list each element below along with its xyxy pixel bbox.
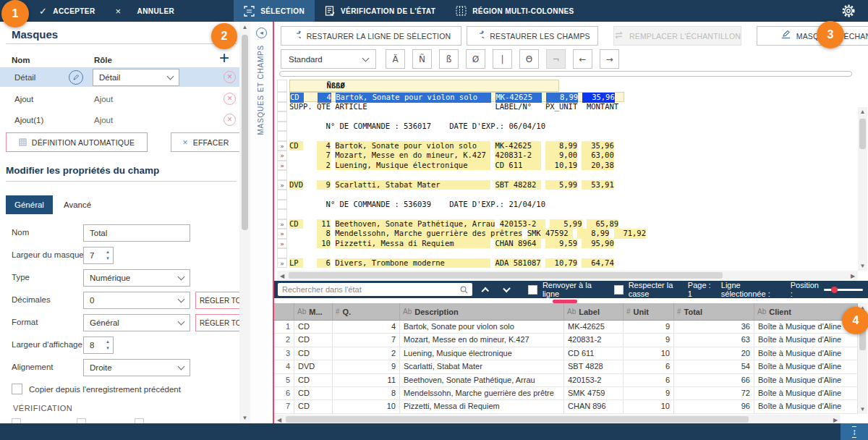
verification-checkbox-stub[interactable] (77, 418, 86, 423)
scroll-right-icon[interactable]: ▶ (832, 417, 839, 423)
divider (6, 43, 237, 44)
tab-verification[interactable]: VÉRIFICATION DE L'ÉTAT (315, 0, 446, 22)
column-header-q[interactable]: #Q. (333, 303, 400, 320)
scroll-thumb[interactable] (242, 35, 248, 230)
table-row[interactable]: 2CD7Mozart, Messe en do mineur, K.427420… (274, 334, 858, 347)
trap-char-button-2[interactable]: ß (439, 49, 459, 69)
report-line[interactable]: »CD4Bartok, Sonate pour violon soloMK-42… (277, 141, 858, 151)
scroll-down-icon[interactable]: ▼ (858, 263, 867, 269)
mask-row-ajout1[interactable]: Ajout(1) Ajout × (0, 110, 239, 130)
auto-hide-pin-icon[interactable]: ◂ (256, 28, 267, 38)
mask-charset-select[interactable]: Standard (281, 49, 376, 69)
table-row[interactable]: 3CD2Luening, Musique électroniqueCD 6111… (274, 347, 858, 360)
trap-char-button-3[interactable]: Ø (466, 49, 485, 69)
table-row[interactable]: 4DVD9Scarlatti, Stabat MaterSBT 4828654B… (274, 360, 858, 373)
trap-char-button-0[interactable]: Ä (386, 49, 405, 69)
wrap-line-checkbox[interactable] (528, 285, 537, 295)
table-row[interactable]: 5CD11Beethoven, Sonate Pathétique, Arrau… (274, 374, 858, 387)
delete-mask-icon[interactable]: × (224, 71, 236, 83)
field-select-2[interactable]: Numérique (83, 269, 190, 287)
table-row[interactable]: 7CD10Pizzetti, Messa di RequiemCHAN 8961… (274, 400, 858, 413)
search-input[interactable]: Rechercher dans l'état (278, 283, 472, 296)
mask-row-ajout[interactable]: Ajout Ajout × (0, 89, 239, 109)
add-mask-button[interactable]: + (219, 49, 229, 67)
report-line[interactable]: »8Mendelssohn, Marche guerrière des prêt… (277, 229, 858, 239)
scroll-down-icon[interactable]: ▼ (858, 406, 867, 412)
column-header-total[interactable]: #Total (674, 303, 754, 320)
spin-up-icon[interactable]: ▲ (106, 249, 110, 255)
mask-role-select[interactable]: Détail (93, 69, 179, 86)
search-next-icon[interactable] (503, 285, 511, 293)
report-line[interactable]: »CD11Beethoven, Sonate Pathétique, Arrau… (277, 219, 858, 229)
cancel-button[interactable]: × ANNULER (106, 0, 185, 22)
tab-multi-column[interactable]: RÉGION MULTI-COLONNES (446, 0, 584, 22)
report-line[interactable]: »LP6Divers, Trombone moderneADA 58108710… (277, 258, 858, 268)
report-line[interactable]: »10Pizzetti, Messa di RequiemCHAN 89649,… (277, 239, 858, 249)
delete-mask-icon[interactable]: × (224, 114, 236, 126)
report-hscrollbar[interactable]: ◀ ▶ (277, 271, 858, 280)
search-previous-icon[interactable] (482, 287, 490, 295)
mask-row-detail[interactable]: Détail Détail × (0, 67, 239, 87)
tab-advanced[interactable]: Avancé (55, 195, 100, 214)
edit-pencil-icon[interactable] (69, 70, 83, 85)
left-panel-scrollbar[interactable]: ▲ ▼ (239, 22, 250, 423)
field-unit-price: 5,99 (550, 219, 582, 229)
trap-char-button-8[interactable]: → (600, 49, 619, 69)
restore-selection-line-button[interactable]: RESTAURER LA LIGNE DE SÉLECTION (281, 26, 461, 46)
trap-char-button-5[interactable]: Θ (519, 49, 539, 69)
table-row[interactable]: 6CD8Mendelssohn, Marche guerrière des pr… (274, 387, 858, 400)
field-select-4[interactable]: Général (83, 314, 190, 331)
field-text-0[interactable]: Total (83, 224, 190, 242)
tab-selection[interactable]: SÉLECTION (234, 0, 315, 22)
scroll-left-icon[interactable]: ◀ (276, 417, 283, 423)
report-line[interactable]: CD4Bartok, Sonate pour violon soloMK-426… (277, 92, 858, 102)
spin-down-icon[interactable]: ▼ (106, 345, 110, 351)
settings-gear-icon[interactable] (841, 3, 856, 22)
spin-down-icon[interactable]: ▼ (106, 255, 110, 261)
column-header-label[interactable]: AbLabel (564, 303, 624, 320)
report-line[interactable]: »7Mozart, Messe en do mineur, K.42742083… (277, 151, 858, 161)
copy-previous-checkbox[interactable] (12, 384, 22, 394)
scroll-up-icon[interactable]: ▲ (239, 24, 250, 30)
slider-handle[interactable] (831, 287, 838, 293)
report-line[interactable]: »2Luening, Musique électroniqueCD 61110,… (277, 161, 858, 171)
set-all-button-4[interactable]: RÉGLER TOU (195, 314, 239, 331)
clear-button[interactable]: × EFFACER (171, 132, 239, 152)
scroll-up-icon[interactable]: ▲ (858, 109, 867, 115)
column-header-m[interactable]: AbM... (294, 303, 333, 320)
accept-button[interactable]: ✓ ACCEPTER (29, 0, 106, 22)
field-select-3[interactable]: 0 (83, 292, 190, 309)
table-row[interactable]: 1CD4Bartok, Sonate pour violon soloMK-42… (274, 321, 858, 334)
restore-fields-button[interactable]: RESTAURER LES CHAMPS (467, 26, 598, 46)
tab-general[interactable]: Général (6, 195, 53, 214)
column-header-description[interactable]: AbDescription (400, 303, 564, 320)
set-all-button-3[interactable]: RÉGLER TOU (195, 292, 239, 309)
scroll-thumb[interactable] (286, 416, 749, 423)
spinner-arrows[interactable]: ▲▼ (106, 249, 110, 261)
verification-checkbox-stub[interactable] (12, 418, 21, 423)
scroll-thumb[interactable] (289, 272, 723, 279)
trap-char-button-7[interactable]: ← (573, 49, 592, 69)
match-case-checkbox[interactable] (614, 285, 624, 295)
spin-up-icon[interactable]: ▲ (106, 339, 110, 344)
report-line[interactable]: »DVD9Scarlatti, Stabat MaterSBT 482825,9… (277, 180, 858, 190)
scroll-left-icon[interactable]: ◀ (278, 273, 286, 279)
trap-char-button-1[interactable]: Ñ (412, 49, 432, 69)
delete-mask-icon[interactable]: × (224, 93, 236, 105)
report-vscrollbar[interactable]: ▲ ▼ (858, 107, 867, 271)
auto-define-button[interactable]: DÉFINITION AUTOMATIQUE (6, 132, 148, 152)
field-spinner-1[interactable]: 7▲▼ (83, 247, 114, 264)
field-select-6[interactable]: Droite (83, 359, 190, 376)
verification-checkbox-stub[interactable] (135, 418, 144, 423)
hide-sample-button[interactable]: MASQUER L'ÉCHANTILLON (757, 26, 868, 46)
selection-line-bar[interactable] (279, 71, 852, 77)
trap-char-button-4[interactable]: | (493, 49, 512, 69)
scroll-down-icon[interactable]: ▼ (239, 415, 250, 421)
spinner-arrows[interactable]: ▲▼ (106, 339, 110, 351)
field-spinner-5[interactable]: 8▲▼ (83, 337, 114, 354)
column-header-unit[interactable]: #Unit (624, 303, 674, 320)
scroll-right-icon[interactable]: ▶ (849, 273, 856, 279)
scroll-thumb[interactable] (859, 119, 866, 149)
position-slider[interactable] (824, 289, 863, 291)
expand-panel-button[interactable]: ↕ (841, 423, 868, 440)
